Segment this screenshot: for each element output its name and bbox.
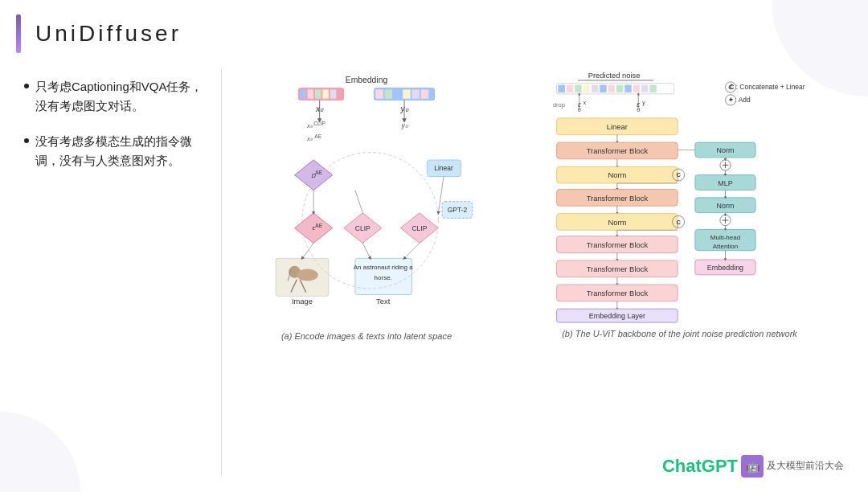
svg-text:Norm: Norm bbox=[608, 218, 626, 227]
bullet-text-2: 没有考虑多模态生成的指令微调，没有与人类意图对齐。 bbox=[35, 132, 209, 170]
svg-text:Linear: Linear bbox=[606, 122, 627, 131]
svg-text:C
             : Concatenate +: C : Concatenate + Linear bbox=[729, 83, 805, 91]
svg-text:MLP: MLP bbox=[718, 179, 732, 187]
svg-rect-76 bbox=[641, 85, 648, 92]
svg-text:AE: AE bbox=[314, 133, 321, 139]
svg-rect-10 bbox=[375, 89, 383, 98]
svg-rect-70 bbox=[591, 85, 597, 92]
svg-text:Text: Text bbox=[376, 297, 391, 305]
svg-text:Predicted noise: Predicted noise bbox=[588, 71, 640, 80]
svg-text:Multi-head: Multi-head bbox=[710, 234, 739, 241]
brand-subtitle: 及大模型前沿大会 bbox=[767, 460, 844, 473]
diagram-b-svg: C : Concatenate + Linear C + : Add + Pre… bbox=[527, 67, 833, 324]
svg-rect-74 bbox=[624, 85, 631, 92]
svg-text:Norm: Norm bbox=[716, 202, 734, 210]
svg-text:Embedding: Embedding bbox=[706, 264, 743, 272]
svg-text:drop: drop bbox=[552, 101, 564, 109]
diagram-a-caption: (a) Encode images & texts into latent sp… bbox=[281, 331, 452, 341]
diagram-b: C : Concatenate + Linear C + : Add + Pre… bbox=[507, 65, 852, 485]
svg-text:Transformer Block: Transformer Block bbox=[586, 146, 648, 155]
bullet-dot-2 bbox=[24, 138, 29, 143]
main-content: 只考虑Captioning和VQA任务，没有考虑图文对话。 没有考虑多模态生成的… bbox=[0, 61, 868, 485]
svg-rect-75 bbox=[633, 85, 639, 92]
svg-text:CLIP: CLIP bbox=[355, 224, 371, 232]
svg-rect-16 bbox=[430, 89, 433, 98]
svg-text:Attention: Attention bbox=[712, 243, 738, 250]
svg-rect-68 bbox=[575, 85, 581, 92]
svg-rect-14 bbox=[411, 89, 419, 98]
svg-text:x₀: x₀ bbox=[306, 122, 313, 129]
svg-line-55 bbox=[355, 191, 362, 213]
svg-rect-11 bbox=[385, 89, 392, 98]
svg-text:CLIP: CLIP bbox=[411, 224, 427, 232]
svg-rect-67 bbox=[566, 85, 572, 92]
svg-text:AE: AE bbox=[315, 223, 322, 228]
diagram-a: Embedding x₀ bbox=[234, 65, 499, 485]
bullet-item-2: 没有考虑多模态生成的指令微调，没有与人类意图对齐。 bbox=[24, 132, 209, 170]
svg-text:Norm: Norm bbox=[608, 170, 626, 179]
svg-rect-4 bbox=[315, 89, 321, 98]
bullet-text-1: 只考虑Captioning和VQA任务，没有考虑图文对话。 bbox=[35, 77, 209, 116]
svg-text:Transformer Block: Transformer Block bbox=[586, 240, 648, 249]
diagram-area: Embedding x₀ bbox=[234, 61, 852, 485]
branding: ChatGPT 🤖 及大模型前沿大会 bbox=[662, 455, 844, 478]
bullet-item-1: 只考虑Captioning和VQA任务，没有考虑图文对话。 bbox=[24, 77, 209, 116]
svg-text:y: y bbox=[642, 100, 645, 106]
svg-text:GPT-2: GPT-2 bbox=[448, 206, 468, 214]
diagrams-row: Embedding x₀ bbox=[234, 65, 852, 485]
svg-point-41 bbox=[297, 269, 317, 281]
svg-rect-15 bbox=[421, 89, 428, 98]
svg-text:Embedding Layer: Embedding Layer bbox=[588, 312, 645, 320]
svg-line-53 bbox=[362, 243, 370, 258]
chatgpt-label: ChatGPT bbox=[662, 456, 738, 477]
svg-text:C: C bbox=[728, 84, 733, 91]
svg-text:An astronaut riding a: An astronaut riding a bbox=[354, 264, 413, 271]
svg-text:+: + bbox=[728, 96, 732, 104]
diagram-b-caption: (b) The U-ViT backbone of the joint nois… bbox=[562, 329, 797, 338]
svg-text:Linear: Linear bbox=[434, 164, 453, 172]
svg-rect-71 bbox=[600, 85, 606, 92]
svg-rect-72 bbox=[608, 85, 614, 92]
svg-text:Embedding: Embedding bbox=[346, 76, 388, 84]
svg-text:Transformer Block: Transformer Block bbox=[586, 264, 648, 273]
svg-rect-5 bbox=[322, 89, 329, 98]
svg-text:x: x bbox=[583, 100, 586, 105]
diagram-a-svg: Embedding x₀ bbox=[250, 69, 483, 326]
svg-text:CLIP: CLIP bbox=[313, 121, 326, 126]
svg-text:x₀: x₀ bbox=[306, 135, 313, 142]
logo-bar bbox=[16, 14, 21, 53]
svg-rect-66 bbox=[558, 85, 564, 92]
svg-text:Transformer Block: Transformer Block bbox=[586, 289, 648, 297]
brand-icon: 🤖 bbox=[741, 455, 764, 478]
svg-text:C: C bbox=[676, 171, 681, 178]
page-title: UniDiffuser bbox=[35, 21, 182, 47]
svg-rect-6 bbox=[330, 89, 337, 98]
divider bbox=[221, 69, 222, 477]
svg-rect-77 bbox=[649, 85, 656, 92]
svg-text:horse.: horse. bbox=[375, 274, 392, 281]
svg-text:y₀: y₀ bbox=[400, 121, 407, 129]
svg-rect-12 bbox=[394, 89, 401, 98]
svg-rect-3 bbox=[308, 89, 314, 98]
svg-rect-73 bbox=[616, 85, 622, 92]
header: UniDiffuser bbox=[0, 0, 868, 61]
svg-line-54 bbox=[404, 243, 420, 258]
svg-text:Norm: Norm bbox=[716, 146, 734, 154]
svg-rect-2 bbox=[300, 89, 306, 98]
svg-rect-13 bbox=[403, 89, 410, 98]
bullet-dot-1 bbox=[24, 84, 29, 88]
svg-text:Image: Image bbox=[292, 297, 313, 305]
left-panel: 只考虑Captioning和VQA任务，没有考虑图文对话。 没有考虑多模态生成的… bbox=[16, 61, 209, 485]
svg-rect-7 bbox=[338, 89, 341, 98]
svg-text:Transformer Block: Transformer Block bbox=[586, 194, 648, 203]
svg-rect-69 bbox=[583, 85, 589, 92]
svg-text:C: C bbox=[676, 219, 681, 226]
